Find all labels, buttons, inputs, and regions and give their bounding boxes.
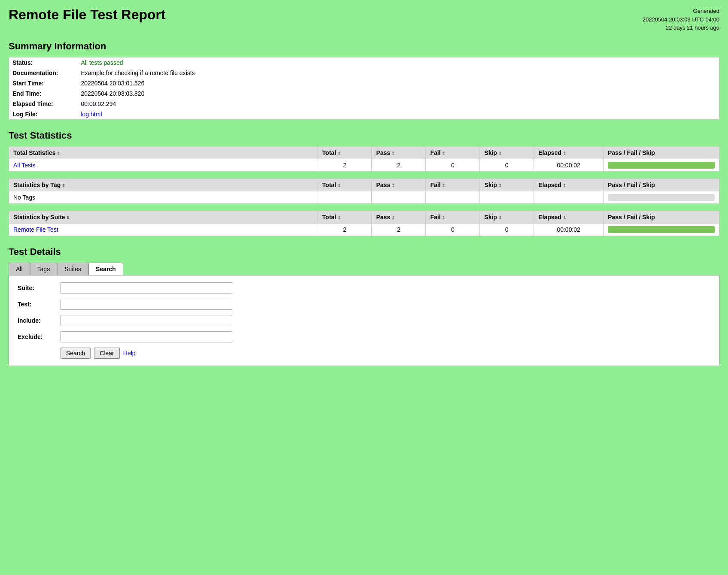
row-pass	[372, 191, 426, 203]
help-link[interactable]: Help	[123, 350, 136, 357]
row-skip	[480, 191, 534, 203]
include-field-label: Include:	[18, 317, 61, 324]
suite-col-total[interactable]: Total	[318, 211, 372, 223]
suite-input[interactable]	[61, 282, 232, 294]
all-tests-col-fail[interactable]: Fail	[426, 146, 480, 159]
tags-col-bar: Pass / Fail / Skip	[604, 179, 719, 191]
status-label: Status:	[9, 57, 78, 68]
row-bar	[604, 159, 719, 171]
row-bar	[604, 191, 719, 203]
statistics-title: Test Statistics	[9, 130, 719, 141]
suite-col-skip[interactable]: Skip	[480, 211, 534, 223]
row-pass: 2	[372, 223, 426, 236]
generated-info: Generated 20220504 20:03:03 UTC-04:00 22…	[643, 7, 719, 32]
generated-ago: 22 days 21 hours ago	[666, 24, 719, 31]
table-row: Remote File Test220000:00:02	[9, 223, 719, 236]
tab-tags[interactable]: Tags	[30, 263, 58, 275]
row-pass: 2	[372, 159, 426, 171]
table-row: All Tests220000:00:02	[9, 159, 719, 171]
tab-all[interactable]: All	[9, 263, 30, 275]
row-fail: 0	[426, 159, 480, 171]
tab-suites[interactable]: Suites	[57, 263, 88, 275]
all-tests-table: Total Statistics Total Pass Fail Skip El…	[9, 146, 719, 172]
table-row: No Tags	[9, 191, 719, 203]
start-time-label: Start Time:	[9, 78, 78, 88]
test-details-section: Test Details AllTagsSuitesSearch Suite: …	[9, 246, 719, 366]
log-label: Log File:	[9, 109, 78, 120]
suite-col-bar: Pass / Fail / Skip	[604, 211, 719, 223]
row-name-link[interactable]: Remote File Test	[13, 226, 58, 233]
end-time-label: End Time:	[9, 88, 78, 99]
test-field-label: Test:	[18, 301, 61, 308]
row-skip: 0	[480, 223, 534, 236]
row-elapsed	[534, 191, 604, 203]
row-total: 2	[318, 223, 372, 236]
row-fail: 0	[426, 223, 480, 236]
row-total	[318, 191, 372, 203]
suite-table: Statistics by Suite Total Pass Fail Skip…	[9, 211, 719, 236]
start-time-value: 20220504 20:03:01.526	[78, 78, 719, 88]
row-total: 2	[318, 159, 372, 171]
tags-table: Statistics by Tag Total Pass Fail Skip E…	[9, 179, 719, 204]
row-skip: 0	[480, 159, 534, 171]
summary-table: Status: All tests passed Documentation: …	[9, 57, 719, 120]
tags-col-elapsed[interactable]: Elapsed	[534, 179, 604, 191]
log-link[interactable]: log.html	[81, 111, 102, 118]
row-fail	[426, 191, 480, 203]
suite-field-label: Suite:	[18, 284, 61, 291]
tags-col-fail[interactable]: Fail	[426, 179, 480, 191]
statistics-section: Test Statistics Total Statistics Total P…	[9, 130, 719, 236]
details-panel: Suite: Test: Include: Exclude: Search Cl…	[9, 275, 719, 366]
exclude-input[interactable]	[61, 331, 232, 342]
all-tests-col-total[interactable]: Total	[318, 146, 372, 159]
tags-header[interactable]: Statistics by Tag	[9, 179, 318, 191]
all-tests-col-bar: Pass / Fail / Skip	[604, 146, 719, 159]
row-elapsed: 00:00:02	[534, 223, 604, 236]
suite-col-pass[interactable]: Pass	[372, 211, 426, 223]
status-value: All tests passed	[81, 59, 123, 66]
elapsed-label: Elapsed Time:	[9, 99, 78, 109]
test-details-title: Test Details	[9, 246, 719, 257]
suite-col-elapsed[interactable]: Elapsed	[534, 211, 604, 223]
include-input[interactable]	[61, 315, 232, 326]
clear-button[interactable]: Clear	[94, 348, 119, 359]
test-input[interactable]	[61, 299, 232, 310]
all-tests-col-pass[interactable]: Pass	[372, 146, 426, 159]
row-elapsed: 00:00:02	[534, 159, 604, 171]
summary-title: Summary Information	[9, 41, 719, 52]
documentation-label: Documentation:	[9, 68, 78, 78]
tags-col-skip[interactable]: Skip	[480, 179, 534, 191]
summary-section: Summary Information Status: All tests pa…	[9, 41, 719, 120]
all-tests-header[interactable]: Total Statistics	[9, 146, 318, 159]
page-title: Remote File Test Report	[9, 7, 166, 23]
suite-col-fail[interactable]: Fail	[426, 211, 480, 223]
tab-search[interactable]: Search	[88, 263, 123, 275]
row-bar	[604, 223, 719, 236]
end-time-value: 20220504 20:03:03.820	[78, 88, 719, 99]
generated-date: 20220504 20:03:03 UTC-04:00	[643, 16, 719, 23]
search-button[interactable]: Search	[61, 348, 91, 359]
generated-label: Generated	[693, 8, 719, 14]
tabs-bar: AllTagsSuitesSearch	[9, 263, 719, 275]
row-name-link[interactable]: All Tests	[13, 162, 36, 169]
row-name: No Tags	[9, 191, 318, 203]
elapsed-value: 00:00:02.294	[78, 99, 719, 109]
documentation-value: Example for checking if a remote file ex…	[78, 68, 719, 78]
suite-header[interactable]: Statistics by Suite	[9, 211, 318, 223]
all-tests-col-elapsed[interactable]: Elapsed	[534, 146, 604, 159]
tags-col-total[interactable]: Total	[318, 179, 372, 191]
tags-col-pass[interactable]: Pass	[372, 179, 426, 191]
exclude-field-label: Exclude:	[18, 333, 61, 340]
all-tests-col-skip[interactable]: Skip	[480, 146, 534, 159]
